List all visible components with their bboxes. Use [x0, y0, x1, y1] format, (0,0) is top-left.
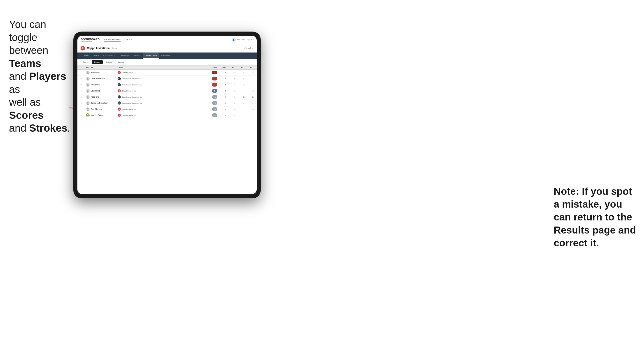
- tournament-title: Clippd Invitational: [87, 47, 110, 50]
- col-rd3: RD3: [244, 66, 254, 68]
- right-annotation: Note: If you spot a mistake, you can ret…: [554, 185, 637, 249]
- player-cell: Rees Britt: [86, 95, 118, 99]
- left-annotation: You can toggle between Teams and Players…: [9, 18, 74, 135]
- brand-sub: Powered by clippd: [80, 41, 100, 42]
- svg-point-9: [87, 96, 88, 97]
- tournament-header: C Clippd Invitational (Men) Cancel ✕: [78, 44, 257, 52]
- svg-point-4: [87, 79, 89, 80]
- player-cell: Chris Robertson: [86, 77, 118, 80]
- tablet-device: SCOREBOARD Powered by clippd TOURNAMENTS…: [73, 31, 261, 198]
- table-row: 5 Rees Britt SU Scoreboard University [A…: [78, 94, 257, 100]
- brand-title: SCOREBOARD: [80, 38, 100, 41]
- table-row: 8 Marcus Turners C Clippd College [A] +1…: [78, 112, 257, 118]
- player-cell: Rich Butler: [86, 83, 118, 87]
- col-rd2: RD2: [236, 66, 244, 68]
- table-row: 4 David Ford C Clippd College [A] E F +1…: [78, 88, 257, 94]
- player-avatar: [86, 113, 90, 117]
- nav-links: TOURNAMENTS TEAMS: [104, 38, 232, 41]
- col-total: TOTAL: [204, 66, 218, 68]
- table-row: 7 Blair McHarg C Clippd College [A] +8 F…: [78, 106, 257, 112]
- player-cell: Cameron Robertson: [86, 101, 118, 105]
- svg-point-3: [87, 78, 88, 79]
- brand: SCOREBOARD Powered by clippd: [80, 38, 100, 42]
- svg-point-16: [87, 114, 88, 115]
- svg-point-8: [87, 91, 89, 93]
- nav-tournaments[interactable]: TOURNAMENTS: [104, 38, 120, 41]
- table-row: 6 Cameron Robertson SU Scoreboard Univer…: [78, 100, 257, 106]
- sub-tab-teams[interactable]: Teams: [80, 60, 91, 64]
- bold-strokes: Strokes: [29, 122, 68, 134]
- bold-scores: Scores: [9, 109, 44, 121]
- team-cell: SU Scoreboard University [A]: [118, 77, 204, 80]
- bold-players: Players: [29, 70, 66, 82]
- team-cell: C Clippd College [A]: [118, 108, 204, 111]
- sub-tab-scores[interactable]: Scores: [104, 60, 114, 64]
- svg-point-7: [87, 90, 88, 91]
- signout-link[interactable]: Sign out: [247, 39, 254, 41]
- tournament-gender: (Men): [112, 47, 118, 49]
- leaderboard-table: # PLAYER TEAM TOTAL THRU RD1 RD2 RD3 1 E…: [78, 66, 257, 194]
- tab-teams[interactable]: Teams: [91, 52, 101, 59]
- team-cell: C Clippd College [A]: [118, 114, 204, 117]
- player-avatar: [86, 107, 90, 111]
- tournament-icon: C: [80, 46, 85, 50]
- table-row: 3 Rich Butler SU Scoreboard University […: [78, 82, 257, 88]
- tabs-bar: Details Teams Course Setup Tee Groups Re…: [78, 52, 257, 59]
- player-avatar: [86, 89, 90, 93]
- team-cell: C Clippd College [A]: [118, 71, 204, 74]
- sub-tabs: Teams Players Scores Strokes: [78, 59, 257, 66]
- player-cell: David Ford: [86, 89, 118, 93]
- svg-point-2: [87, 73, 89, 74]
- team-cell: SU Scoreboard University [A]: [118, 95, 204, 99]
- player-cell: Elliot Ebert: [86, 71, 118, 74]
- cancel-button[interactable]: Cancel ✕: [244, 47, 254, 49]
- svg-point-6: [87, 85, 89, 87]
- tab-results[interactable]: Results: [132, 52, 143, 59]
- col-player: PLAYER: [86, 66, 118, 68]
- svg-point-5: [87, 84, 88, 85]
- col-team: TEAM: [118, 66, 204, 68]
- tab-details[interactable]: Details: [80, 52, 91, 59]
- team-cell: C Clippd College [A]: [118, 89, 204, 92]
- col-num: #: [80, 66, 86, 68]
- svg-point-1: [87, 71, 88, 73]
- team-cell: SU Scoreboard University [A]: [118, 83, 204, 86]
- player-cell: Marcus Turners: [86, 113, 118, 117]
- team-cell: SU Scoreboard University [A]: [118, 101, 204, 105]
- tab-course-setup[interactable]: Course Setup: [101, 52, 118, 59]
- player-avatar: [86, 77, 90, 80]
- player-avatar: [86, 83, 90, 87]
- top-nav: SCOREBOARD Powered by clippd TOURNAMENTS…: [78, 36, 257, 44]
- table-row: 2 Chris Robertson SU Scoreboard Universi…: [78, 76, 257, 82]
- svg-point-14: [87, 110, 89, 111]
- bold-teams: Teams: [9, 57, 41, 69]
- table-header: # PLAYER TEAM TOTAL THRU RD1 RD2 RD3: [78, 66, 257, 70]
- user-avatar: 👤: [232, 38, 236, 42]
- col-thru: THRU: [218, 66, 226, 68]
- svg-point-10: [87, 97, 89, 99]
- user-label: Test User |: [237, 39, 246, 41]
- player-avatar: [86, 101, 90, 105]
- tab-printables[interactable]: Printables: [159, 52, 172, 59]
- nav-teams[interactable]: TEAMS: [124, 38, 132, 41]
- tournament-left: C Clippd Invitational (Men): [80, 46, 118, 50]
- tab-tee-groups[interactable]: Tee Groups: [118, 52, 132, 59]
- svg-point-13: [87, 108, 88, 109]
- col-rd1: RD1: [226, 66, 236, 68]
- table-row: 1 Elliot Ebert C Clippd College [A] -8 F…: [78, 70, 257, 76]
- player-avatar: [86, 71, 90, 74]
- svg-point-12: [87, 103, 89, 105]
- player-avatar: [86, 95, 90, 99]
- sub-tab-players[interactable]: Players: [92, 60, 103, 64]
- sub-tab-strokes[interactable]: Strokes: [115, 60, 126, 64]
- svg-point-11: [87, 102, 88, 103]
- svg-point-17: [87, 116, 89, 117]
- player-cell: Blair McHarg: [86, 107, 118, 111]
- tablet-screen: SCOREBOARD Powered by clippd TOURNAMENTS…: [78, 36, 257, 194]
- nav-right: 👤 Test User | Sign out: [232, 38, 254, 42]
- tab-leaderboards[interactable]: Leaderboards: [143, 52, 159, 59]
